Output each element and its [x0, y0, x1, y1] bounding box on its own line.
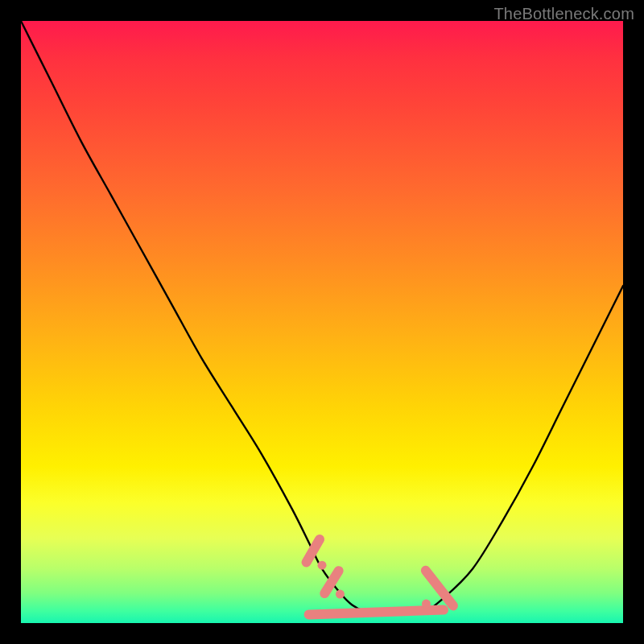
- chart-frame: TheBottleneck.com: [0, 0, 644, 644]
- bottleneck-curve-path: [21, 21, 623, 614]
- bottleneck-curve: [21, 21, 623, 614]
- curve-layer: [21, 21, 623, 623]
- right-dot: [422, 600, 431, 609]
- left-dot-upper: [318, 561, 327, 570]
- watermark-text: TheBottleneck.com: [493, 5, 634, 23]
- plot-area: [21, 21, 623, 623]
- marker-group: [299, 533, 460, 620]
- left-dot-lower: [336, 590, 345, 599]
